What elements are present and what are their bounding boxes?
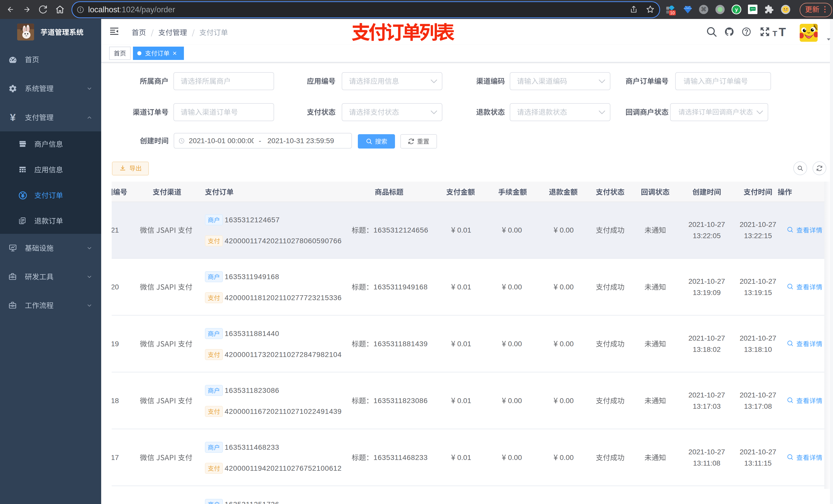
svg-text:⌘: ⌘ bbox=[701, 6, 707, 13]
svg-text:T: T bbox=[772, 29, 777, 38]
svg-text:y: y bbox=[735, 7, 738, 12]
svg-text:T: T bbox=[779, 27, 786, 38]
svg-text:10: 10 bbox=[670, 11, 675, 15]
svg-text:¥: ¥ bbox=[10, 113, 16, 122]
